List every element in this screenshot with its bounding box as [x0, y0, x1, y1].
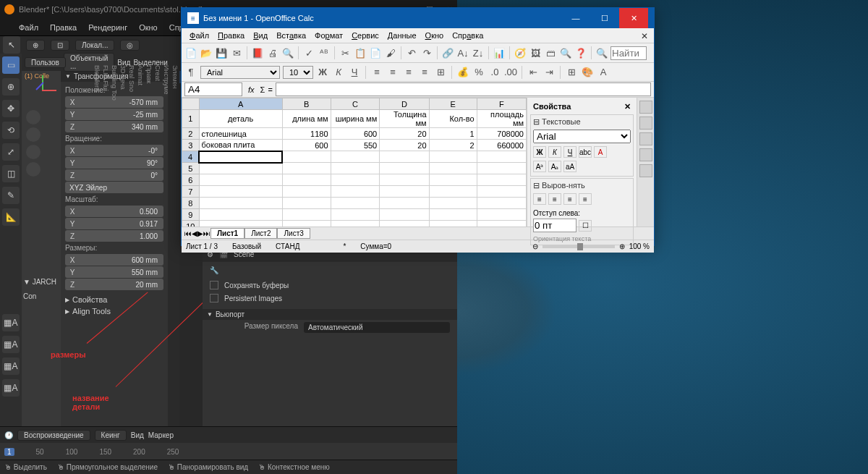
- maximize-button[interactable]: ☐: [590, 8, 619, 28]
- menu-render[interactable]: Рендеринг: [84, 22, 132, 33]
- ortho-icon[interactable]: [26, 162, 41, 177]
- align-center-icon[interactable]: ≡: [386, 66, 399, 79]
- transform-tool[interactable]: ◫: [2, 165, 20, 182]
- panel-d-icon[interactable]: ▦A: [2, 379, 20, 397]
- sidebar-italic-icon[interactable]: К: [548, 146, 561, 158]
- styles-icon[interactable]: ¶: [184, 66, 197, 79]
- zoom-icon[interactable]: 🔍: [559, 46, 572, 59]
- sidebar-close-icon[interactable]: ✕: [624, 102, 631, 111]
- tab-next-icon[interactable]: ▶: [197, 229, 203, 237]
- formula-input[interactable]: [276, 82, 651, 96]
- cursor-tool[interactable]: ⊕: [2, 78, 20, 96]
- navigation-gizmo[interactable]: [27, 75, 56, 104]
- email-icon[interactable]: ✉: [230, 46, 243, 59]
- sidebar-align-center-icon[interactable]: ≡: [548, 193, 561, 205]
- jarch-con[interactable]: Con: [23, 292, 36, 300]
- menu-view[interactable]: Вид: [250, 30, 271, 41]
- timeline-icon[interactable]: 🕐: [4, 431, 13, 439]
- sidebar-fontcolor-icon[interactable]: A: [594, 146, 607, 158]
- page-style[interactable]: Базовый: [232, 242, 261, 250]
- function-wizard-icon[interactable]: fx: [245, 85, 258, 94]
- chart-icon[interactable]: 📊: [493, 46, 506, 59]
- preview-icon[interactable]: 🔍: [281, 46, 294, 59]
- insert-mode[interactable]: СТАНД: [276, 242, 299, 250]
- text-section-header[interactable]: ⊟ Текстовые: [533, 117, 631, 128]
- strip-properties-icon[interactable]: [639, 101, 652, 114]
- mode-dropdown[interactable]: Пользов: [25, 57, 66, 68]
- help-icon[interactable]: ❓: [574, 46, 587, 59]
- zoom-slider[interactable]: [542, 245, 615, 248]
- select-tool[interactable]: ▭: [2, 56, 20, 74]
- cursor-icon[interactable]: ↖: [3, 36, 20, 54]
- indent-dec-icon[interactable]: ⇤: [527, 66, 540, 79]
- snap-toggle[interactable]: ⊡: [51, 40, 69, 51]
- move-tool[interactable]: ✥: [2, 100, 20, 117]
- decimal-remove-icon[interactable]: .00: [504, 66, 517, 79]
- strip-navigator-icon[interactable]: [639, 148, 652, 161]
- menu-format[interactable]: Формат: [311, 30, 346, 41]
- bgcolor-icon[interactable]: 🎨: [581, 66, 594, 79]
- sheet-tab-3[interactable]: Лист3: [277, 228, 310, 239]
- indent-toggle[interactable]: ☐: [579, 220, 592, 232]
- sidebar-strike-icon[interactable]: abc: [579, 146, 592, 158]
- paste-icon[interactable]: 📄: [369, 46, 382, 59]
- align-section-header[interactable]: ⊟ Выров-нять: [533, 181, 631, 192]
- checkbox-icon[interactable]: [210, 281, 218, 289]
- local-dropdown[interactable]: Локал...: [75, 40, 114, 51]
- decimal-add-icon[interactable]: .0: [488, 66, 501, 79]
- sidebar-super-icon[interactable]: Aᵃ: [533, 161, 546, 172]
- copy-icon[interactable]: 📋: [354, 46, 367, 59]
- viewport-section[interactable]: Вьюпорт: [203, 309, 457, 320]
- spellcheck-icon[interactable]: ✓: [302, 46, 315, 59]
- sort-desc-icon[interactable]: Z↓: [472, 46, 485, 59]
- indent-inc-icon[interactable]: ⇥: [542, 66, 556, 79]
- italic-icon[interactable]: К: [332, 66, 345, 79]
- rotate-tool[interactable]: ⟲: [2, 122, 20, 139]
- proportional-edit[interactable]: ◎: [120, 40, 140, 51]
- annotate-tool[interactable]: ✎: [2, 187, 20, 204]
- open-icon[interactable]: 📂: [200, 46, 213, 59]
- cell-reference[interactable]: [184, 82, 242, 96]
- tab-last-icon[interactable]: ⏭: [203, 229, 210, 237]
- menu-edit[interactable]: Правка: [214, 30, 248, 41]
- sort-asc-icon[interactable]: A↓: [456, 46, 469, 59]
- merge-icon[interactable]: ⊞: [434, 66, 447, 79]
- tab-building[interactable]: Building Too: [110, 61, 119, 430]
- align-left-icon[interactable]: ≡: [370, 66, 383, 79]
- timeline-view[interactable]: Вид: [131, 431, 144, 439]
- tab-item[interactable]: Элемен: [171, 61, 179, 430]
- wrench-icon[interactable]: 🔧: [210, 266, 218, 274]
- align-right-icon[interactable]: ≡: [402, 66, 415, 79]
- datasource-icon[interactable]: 🗃: [544, 46, 557, 59]
- save-buffers-row[interactable]: Сохранять буферы: [203, 279, 457, 292]
- menu-help[interactable]: Справка: [448, 30, 487, 41]
- timeline-ruler[interactable]: 1 50 100 150 200 250: [0, 443, 457, 460]
- playback-menu[interactable]: Воспроизведение: [17, 430, 90, 441]
- strip-gallery-icon[interactable]: [639, 132, 652, 145]
- sidebar-bold-icon[interactable]: Ж: [533, 146, 546, 158]
- minimize-button[interactable]: —: [561, 8, 590, 28]
- tab-3dprint[interactable]: 3D-печа: [119, 61, 127, 430]
- tab-prev-icon[interactable]: ◀: [192, 229, 197, 237]
- zoom-out-icon[interactable]: ⊖: [532, 242, 538, 250]
- sheet-tab-1[interactable]: Лист1: [210, 228, 244, 239]
- keying-menu[interactable]: Кеинг: [95, 430, 127, 441]
- sidebar-align-right-icon[interactable]: ≡: [563, 193, 576, 205]
- cut-icon[interactable]: ✂: [339, 46, 352, 59]
- indent-value[interactable]: [533, 219, 576, 232]
- bold-icon[interactable]: Ж: [316, 66, 329, 79]
- nav-icon[interactable]: [26, 110, 41, 124]
- document-close-icon[interactable]: ✕: [638, 30, 651, 43]
- menu-window[interactable]: Окно: [422, 30, 448, 41]
- sum-icon[interactable]: Σ: [260, 85, 265, 94]
- calc-titlebar[interactable]: ≡ Без имени 1 - OpenOffice Calc — ☐ ✕: [182, 8, 654, 28]
- equals-icon[interactable]: =: [268, 85, 272, 94]
- jarch-panel[interactable]: ▼ JARCH: [23, 278, 56, 286]
- border-icon[interactable]: ⊞: [565, 66, 578, 79]
- transform-orientation[interactable]: ⊕: [26, 40, 45, 51]
- undo-icon[interactable]: ↶: [405, 46, 418, 59]
- sidebar-align-left-icon[interactable]: ≡: [533, 193, 546, 205]
- autospell-icon[interactable]: ᴬᴮ: [318, 46, 331, 59]
- sidebar-align-justify-icon[interactable]: ≡: [579, 193, 592, 205]
- menu-file[interactable]: Файл: [14, 22, 43, 33]
